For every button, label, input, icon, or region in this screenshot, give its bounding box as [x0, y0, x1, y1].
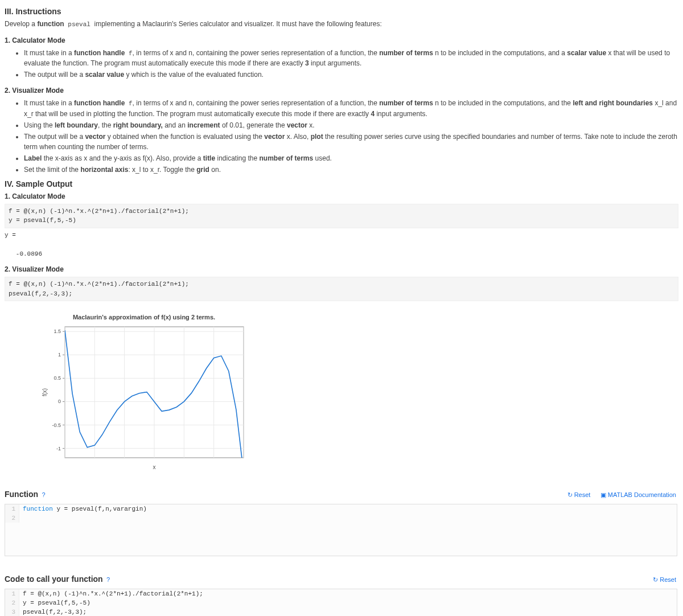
vis-li-1: It must take in a function handle f, in … — [24, 98, 678, 119]
matlab-doc-link[interactable]: MATLAB Documentation — [600, 491, 676, 498]
vis-mode-title: 2. Visualizer Mode — [5, 85, 678, 96]
calc-li-2: The output will be a scalar value y whic… — [24, 69, 678, 80]
sample-code-1: f = @(x,n) (-1)^n.*x.^(2*n+1)./factorial… — [5, 204, 678, 228]
svg-text:f(x): f(x) — [42, 388, 48, 396]
function-editor[interactable]: 1function y = pseval(f,n,varargin) 2 — [5, 504, 677, 556]
svg-text:1: 1 — [58, 352, 61, 358]
sample-code-2: f = @(x,n) (-1)^n.*x.^(2*n+1)./factorial… — [5, 277, 678, 301]
chart-plot: -1-0.500.511.5xf(x) — [39, 323, 249, 471]
sample-mode1-title: 1. Calculator Mode — [5, 191, 678, 202]
call-editor[interactable]: 1f = @(x,n) (-1)^n.*x.^(2*n+1)./factoria… — [5, 589, 677, 617]
vis-li-3: The output will be a vector y obtained w… — [24, 132, 678, 152]
intro-paragraph: Develop a function pseval implementing a… — [5, 19, 678, 30]
calc-mode-title: 1. Calculator Mode — [5, 35, 678, 46]
call-line-2: y = pseval(f,5,-5) — [19, 598, 90, 607]
vis-li-2: Using the left boundary, the right bound… — [24, 120, 678, 130]
instructions-heading: III. Instructions — [5, 6, 678, 18]
svg-text:1.5: 1.5 — [54, 328, 61, 334]
sample-mode2-title: 2. Visualizer Mode — [5, 264, 678, 274]
function-title: Function — [5, 490, 38, 499]
svg-text:-1: -1 — [56, 445, 61, 451]
vis-li-4: Label the x-axis as x and the y-axis as … — [24, 153, 678, 163]
vis-mode-list: It must take in a function handle f, in … — [5, 98, 678, 175]
call-section-bar: Code to call your function ? Reset — [5, 573, 676, 585]
vis-li-5: Set the limit of the horizontal axis: x_… — [24, 165, 678, 175]
svg-text:0.5: 0.5 — [54, 375, 61, 381]
reset-link[interactable]: Reset — [567, 491, 591, 498]
chart-title: Maclaurin's approximation of f(x) using … — [39, 313, 249, 322]
call-line-3: pseval(f,2,-3,3); — [19, 607, 87, 617]
chart-container: Maclaurin's approximation of f(x) using … — [39, 313, 249, 471]
svg-text:-0.5: -0.5 — [52, 422, 61, 428]
sample-heading: IV. Sample Output — [5, 178, 678, 190]
svg-text:x: x — [153, 464, 156, 470]
calc-li-1: It must take in a function handle f, in … — [24, 48, 678, 69]
svg-text:0: 0 — [58, 399, 61, 404]
sample-result-1: y = -0.0896 — [5, 231, 678, 259]
help-icon[interactable]: ? — [106, 576, 110, 583]
call-line-1: f = @(x,n) (-1)^n.*x.^(2*n+1)./factorial… — [19, 589, 203, 598]
calc-mode-list: It must take in a function handle f, in … — [5, 48, 678, 80]
help-icon[interactable]: ? — [42, 491, 45, 498]
function-section-bar: Function ? Reset MATLAB Documentation — [5, 488, 676, 500]
reset-link-2[interactable]: Reset — [653, 576, 676, 583]
call-title: Code to call your function — [5, 574, 103, 584]
